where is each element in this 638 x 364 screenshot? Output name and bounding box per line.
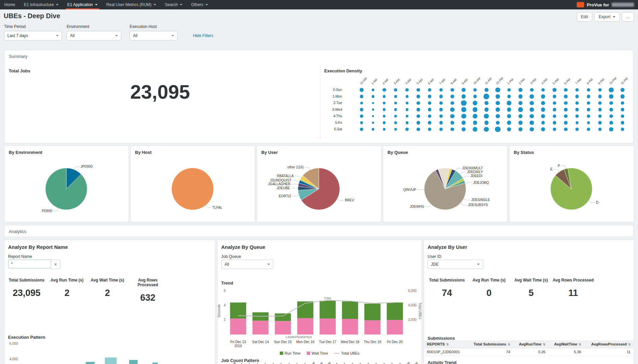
density-bubble[interactable] bbox=[587, 108, 590, 111]
density-bubble[interactable] bbox=[530, 101, 534, 105]
density-bubble[interactable] bbox=[496, 107, 500, 111]
density-bubble[interactable] bbox=[394, 121, 397, 124]
density-bubble[interactable] bbox=[553, 121, 556, 124]
density-bubble[interactable] bbox=[484, 101, 489, 105]
density-bubble[interactable] bbox=[541, 107, 545, 111]
density-bubble[interactable] bbox=[598, 95, 602, 98]
density-bubble[interactable] bbox=[530, 127, 534, 131]
density-bubble[interactable] bbox=[372, 95, 374, 98]
density-bubble[interactable] bbox=[507, 121, 511, 125]
density-bubble[interactable] bbox=[439, 88, 443, 92]
density-bubble[interactable] bbox=[507, 114, 511, 118]
by-environment-pie[interactable]: JPD900PD900 bbox=[4, 158, 129, 222]
density-bubble[interactable] bbox=[575, 128, 579, 131]
density-bubble[interactable] bbox=[507, 127, 511, 131]
density-bubble[interactable] bbox=[462, 94, 466, 98]
density-bubble[interactable] bbox=[416, 101, 420, 105]
density-bubble[interactable] bbox=[462, 127, 466, 131]
density-bubble[interactable] bbox=[450, 121, 454, 124]
density-bubble[interactable] bbox=[461, 100, 467, 106]
nav-item-e1-infrastructure[interactable]: E1 Infrastructure bbox=[20, 0, 63, 9]
density-bubble[interactable] bbox=[620, 94, 625, 98]
density-bubble[interactable] bbox=[473, 107, 478, 112]
density-bubble[interactable] bbox=[621, 121, 624, 124]
density-bubble[interactable] bbox=[609, 114, 613, 118]
density-bubble[interactable] bbox=[416, 108, 420, 111]
density-bubble[interactable] bbox=[383, 95, 385, 98]
density-bubble[interactable] bbox=[564, 114, 567, 118]
density-bubble[interactable] bbox=[598, 88, 602, 92]
legend-item-wait-time[interactable]: Wait Time bbox=[307, 351, 328, 355]
density-bubble[interactable] bbox=[450, 101, 454, 105]
execution-pattern-bar[interactable] bbox=[153, 363, 158, 364]
density-bubble[interactable] bbox=[406, 108, 408, 111]
density-bubble[interactable] bbox=[541, 127, 545, 131]
density-bubble[interactable] bbox=[530, 94, 534, 98]
density-bubble[interactable] bbox=[609, 88, 614, 93]
density-bubble[interactable] bbox=[575, 108, 579, 111]
execution-pattern-chart[interactable]: 6,0004,000 bbox=[4, 340, 215, 364]
density-bubble[interactable] bbox=[383, 102, 385, 104]
column-header-avgrowsprocessed[interactable]: AvgRowsProcessed⇅ bbox=[584, 340, 633, 348]
density-bubble[interactable] bbox=[372, 122, 374, 124]
density-bubble[interactable] bbox=[530, 121, 534, 125]
density-bubble[interactable] bbox=[484, 107, 489, 111]
density-bubble[interactable] bbox=[428, 88, 431, 92]
column-header-reports[interactable]: REPORTS⇅ bbox=[424, 340, 467, 348]
density-bubble[interactable] bbox=[450, 114, 454, 118]
density-bubble[interactable] bbox=[518, 127, 523, 131]
trend-bar-run-time[interactable] bbox=[364, 304, 380, 321]
density-bubble[interactable] bbox=[587, 101, 590, 105]
density-bubble[interactable] bbox=[621, 128, 624, 131]
density-bubble[interactable] bbox=[360, 114, 363, 118]
density-bubble[interactable] bbox=[462, 121, 466, 125]
density-bubble[interactable] bbox=[383, 121, 385, 124]
density-bubble[interactable] bbox=[473, 114, 478, 119]
user-id-dropdown[interactable]: JDE bbox=[428, 260, 483, 269]
execution-pattern-bar[interactable] bbox=[129, 360, 138, 364]
density-bubble[interactable] bbox=[360, 88, 364, 92]
trend-bar-wait-time[interactable] bbox=[364, 320, 380, 334]
density-bubble[interactable] bbox=[394, 128, 397, 131]
density-bubble[interactable] bbox=[461, 114, 466, 119]
density-bubble[interactable] bbox=[416, 95, 420, 98]
density-bubble[interactable] bbox=[416, 88, 420, 92]
column-header-total-submissions[interactable]: Total Submissions⇅ bbox=[467, 340, 513, 348]
density-bubble[interactable] bbox=[575, 95, 579, 98]
time-period-dropdown[interactable]: Last 7 days bbox=[4, 31, 62, 40]
pie-slice-PD900[interactable] bbox=[45, 168, 87, 210]
density-bubble[interactable] bbox=[428, 95, 431, 98]
density-bubble[interactable] bbox=[439, 114, 443, 118]
density-bubble[interactable] bbox=[383, 115, 385, 118]
density-bubble[interactable] bbox=[518, 101, 523, 105]
density-bubble[interactable] bbox=[360, 108, 363, 111]
density-bubble[interactable] bbox=[462, 88, 466, 92]
density-bubble[interactable] bbox=[372, 102, 374, 104]
density-bubble[interactable] bbox=[598, 121, 602, 124]
density-bubble[interactable] bbox=[484, 127, 489, 132]
legend-item-total-ubes[interactable]: Total UBEs bbox=[334, 351, 359, 355]
density-bubble[interactable] bbox=[428, 128, 431, 131]
density-bubble[interactable] bbox=[621, 114, 624, 118]
density-bubble[interactable] bbox=[473, 121, 477, 125]
density-bubble[interactable] bbox=[360, 128, 363, 131]
density-bubble[interactable] bbox=[372, 108, 374, 110]
density-bubble[interactable] bbox=[372, 128, 374, 131]
density-bubble[interactable] bbox=[439, 128, 443, 131]
density-bubble[interactable] bbox=[587, 88, 590, 92]
density-bubble[interactable] bbox=[450, 88, 454, 92]
density-bubble[interactable] bbox=[428, 101, 431, 105]
density-bubble[interactable] bbox=[564, 121, 567, 124]
density-bubble[interactable] bbox=[598, 114, 602, 118]
trend-bar-wait-time[interactable] bbox=[230, 319, 246, 335]
density-bubble[interactable] bbox=[416, 121, 420, 124]
density-bubble[interactable] bbox=[496, 101, 500, 105]
density-bubble[interactable] bbox=[372, 115, 374, 117]
trend-bar-wait-time[interactable] bbox=[275, 321, 291, 334]
density-bubble[interactable] bbox=[598, 128, 602, 131]
density-bubble[interactable] bbox=[416, 114, 420, 118]
density-bubble[interactable] bbox=[621, 108, 624, 111]
trend-bar-run-time[interactable] bbox=[275, 313, 291, 321]
density-bubble[interactable] bbox=[428, 114, 431, 118]
density-bubble[interactable] bbox=[484, 114, 489, 119]
